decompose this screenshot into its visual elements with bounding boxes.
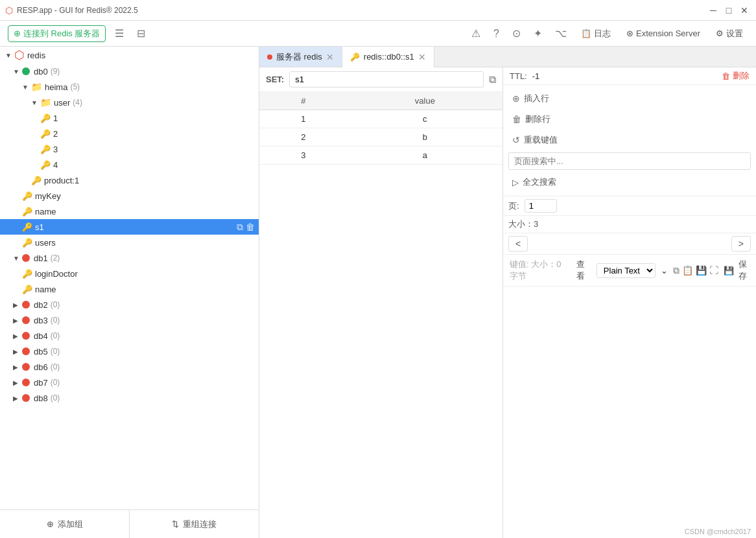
toolbar: ⊕ 连接到 Redis 服务器 ☰ ⊟ ⚠ ? ⊙ ✦ ⌥ 📋 日志 ⊛ Ext…	[0, 21, 756, 47]
add-group-button[interactable]: ⊕ 添加组	[0, 510, 130, 538]
copy-value-button[interactable]: ⧉	[673, 265, 679, 276]
full-search-label: 全文搜索	[523, 176, 556, 188]
connect-button[interactable]: ⊕ 连接到 Redis 服务器	[8, 25, 106, 42]
tab-server[interactable]: 服务器 redis ✕	[259, 47, 342, 67]
value-textarea[interactable]	[503, 287, 756, 538]
page-label: 页:	[508, 200, 519, 212]
expand-button[interactable]: ⛶	[709, 265, 718, 276]
sidebar-item-heima[interactable]: ▼ 📁 heima (5)	[0, 79, 259, 95]
next-page-button[interactable]: >	[731, 236, 751, 251]
sidebar-item-name-heima[interactable]: 🔑 name	[0, 204, 259, 219]
main-layout: ▼ ⬡ redis ▼ db0 (9) ▼ 📁 heima (5)	[0, 47, 756, 538]
sidebar-item-name-db1[interactable]: 🔑 name	[0, 281, 259, 297]
refresh-icon: ↺	[512, 135, 520, 145]
db6-dot	[22, 363, 30, 371]
sidebar-item-db4[interactable]: ▶ db4 (0)	[0, 328, 259, 344]
key2-label: 2	[53, 129, 58, 139]
sidebar-item-users[interactable]: 🔑 users	[0, 235, 259, 250]
chevron-icon: ⌄	[661, 266, 668, 275]
trash-icon: 🗑	[722, 71, 730, 81]
db7-arrow: ▶	[13, 379, 22, 386]
sidebar-item-db7[interactable]: ▶ db7 (0)	[0, 375, 259, 390]
minimize-button[interactable]: ─	[707, 4, 720, 17]
db1-count: (2)	[51, 253, 60, 263]
sidebar-item-key-4[interactable]: 🔑 4	[0, 157, 259, 172]
full-search-button[interactable]: ▷ 全文搜索	[508, 174, 751, 191]
sidebar-item-key-3[interactable]: 🔑 3	[0, 141, 259, 157]
db3-count: (0)	[51, 316, 60, 325]
ttl-row: TTL: -1 🗑 删除	[503, 67, 756, 85]
view-select[interactable]: Plain Text	[597, 263, 656, 278]
action-buttons-panel: ⊕ 插入行 🗑 删除行 ↺ 重载键值 ▷ 全文搜索	[503, 85, 756, 196]
sidebar-item-db3[interactable]: ▶ db3 (0)	[0, 312, 259, 328]
maximize-button[interactable]: □	[722, 4, 735, 17]
close-button[interactable]: ✕	[738, 4, 751, 17]
delete-key-button[interactable]: 🗑 删除	[722, 70, 750, 82]
settings-button[interactable]: ⚙ 设置	[711, 25, 748, 42]
key-tab-close[interactable]: ✕	[418, 52, 426, 62]
shield-icon-btn[interactable]: ⊙	[508, 25, 525, 42]
github-icon-btn[interactable]: ⌥	[551, 25, 571, 42]
sidebar-item-db8[interactable]: ▶ db8 (0)	[0, 390, 259, 406]
sidebar-item-logindoctor[interactable]: 🔑 loginDoctor	[0, 266, 259, 281]
size-label: 大小：3	[508, 218, 538, 230]
row3-value: a	[348, 146, 502, 165]
sidebar-item-db6[interactable]: ▶ db6 (0)	[0, 359, 259, 375]
sidebar-item-db1[interactable]: ▼ db1 (2)	[0, 250, 259, 266]
server-tab-dot	[267, 54, 272, 60]
name-db1-label: name	[35, 285, 56, 294]
db6-label: db6	[34, 362, 48, 372]
key-icon-2: 🔑	[40, 129, 51, 139]
gear-icon: ⚙	[716, 29, 724, 38]
settings-label: 设置	[726, 28, 743, 40]
copy-key-button[interactable]: ⧉	[489, 74, 496, 86]
log-icon: 📋	[581, 29, 591, 38]
twitter-icon-btn[interactable]: ✦	[530, 25, 546, 42]
reload-button[interactable]: ↺ 重载键值	[508, 132, 751, 148]
save-button[interactable]: 💾 保存	[724, 259, 750, 282]
user-count: (4)	[73, 98, 82, 107]
tab-key-s1[interactable]: 🔑 redis::db0::s1 ✕	[342, 47, 434, 67]
table-row[interactable]: 1 c	[259, 110, 502, 128]
row2-index: 2	[259, 128, 348, 146]
key-header: SET: ⧉	[259, 67, 502, 92]
extension-server-button[interactable]: ⊛ Extension Server	[621, 26, 705, 41]
server-tab-close[interactable]: ✕	[326, 52, 334, 62]
delete-s1-button[interactable]: 🗑	[246, 222, 255, 233]
row1-value: c	[348, 110, 502, 128]
delete-row-button[interactable]: 🗑 删除行	[508, 111, 751, 128]
page-search-input[interactable]	[508, 152, 751, 170]
play-icon: ▷	[512, 178, 519, 187]
paste-value-button[interactable]: 📋	[682, 265, 693, 276]
menu-button[interactable]: ☰	[111, 25, 128, 42]
mykey-icon: 🔑	[22, 191, 32, 201]
sidebar-item-user[interactable]: ▼ 📁 user (4)	[0, 95, 259, 110]
sidebar: ▼ ⬡ redis ▼ db0 (9) ▼ 📁 heima (5)	[0, 47, 259, 538]
sidebar-item-db5[interactable]: ▶ db5 (0)	[0, 344, 259, 359]
sidebar-item-product1[interactable]: 🔑 product:1	[0, 172, 259, 188]
insert-row-button[interactable]: ⊕ 插入行	[508, 90, 751, 107]
reconnect-button[interactable]: ⇅ 重组连接	[130, 510, 259, 538]
key-name-input[interactable]	[289, 71, 484, 88]
save-file-button[interactable]: 💾	[696, 265, 707, 276]
page-input[interactable]	[525, 199, 557, 213]
logindoctor-icon: 🔑	[22, 269, 32, 279]
sidebar-item-s1[interactable]: 🔑 s1 ⧉ 🗑	[0, 219, 259, 235]
prev-page-button[interactable]: <	[508, 236, 528, 251]
sidebar-item-key-2[interactable]: 🔑 2	[0, 126, 259, 141]
sidebar-item-redis[interactable]: ▼ ⬡ redis	[0, 47, 259, 64]
log-button[interactable]: 📋 日志	[576, 25, 616, 42]
warning-icon-btn[interactable]: ⚠	[467, 25, 484, 42]
credit-text: CSDN @cmdch2017	[685, 528, 751, 535]
help-icon-btn[interactable]: ?	[490, 25, 503, 42]
layout-button[interactable]: ⊟	[133, 25, 149, 42]
sidebar-item-db2[interactable]: ▶ db2 (0)	[0, 297, 259, 312]
table-row[interactable]: 3 a	[259, 146, 502, 165]
key-action-panel: TTL: -1 🗑 删除 ⊕ 插入行 🗑 删除行	[503, 67, 756, 538]
sidebar-item-mykey[interactable]: 🔑 myKey	[0, 188, 259, 204]
sidebar-item-db0[interactable]: ▼ db0 (9)	[0, 64, 259, 79]
copy-s1-button[interactable]: ⧉	[237, 222, 243, 233]
name-heima-label: name	[35, 207, 56, 216]
sidebar-item-key-1[interactable]: 🔑 1	[0, 110, 259, 126]
table-row[interactable]: 2 b	[259, 128, 502, 146]
